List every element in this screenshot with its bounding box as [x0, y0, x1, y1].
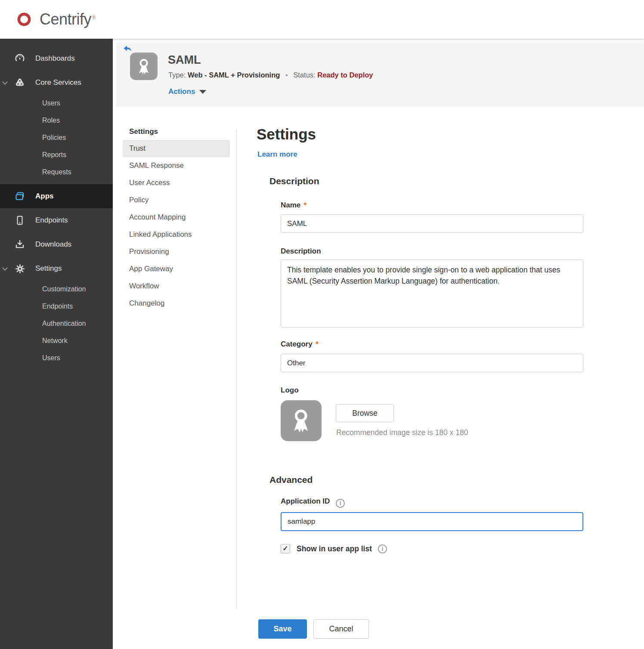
- sidebar-divider: [0, 181, 113, 184]
- advanced-section-heading: Advanced: [269, 475, 313, 485]
- name-field[interactable]: [281, 214, 583, 233]
- save-button[interactable]: Save: [258, 619, 307, 639]
- application-id-field[interactable]: [281, 512, 583, 531]
- sidebar-item-roles[interactable]: Roles: [0, 112, 113, 129]
- page-title: Settings: [257, 126, 316, 143]
- subnav-item-provisioning[interactable]: Provisioning: [123, 243, 230, 260]
- type-label: Type:: [168, 71, 186, 79]
- chevron-down-icon[interactable]: [3, 266, 7, 270]
- app-title: SAML: [168, 53, 201, 67]
- caret-down-icon: [199, 90, 206, 94]
- sidebar-item-apps[interactable]: Apps: [0, 184, 113, 208]
- sidebar-item-label: Downloads: [35, 240, 71, 249]
- downloads-icon: [14, 238, 26, 250]
- meta-separator: •: [285, 71, 288, 79]
- category-label: Category*: [281, 340, 319, 349]
- status-badge: Ready to Deploy: [317, 71, 373, 79]
- sidebar-item-settings-endpoints[interactable]: Endpoints: [0, 298, 113, 315]
- status-label: Status:: [293, 71, 315, 79]
- sidebar-item-policies[interactable]: Policies: [0, 129, 113, 146]
- description-field[interactable]: This template enables you to provide sin…: [281, 260, 583, 328]
- apps-icon: [14, 190, 26, 202]
- description-label: Description: [281, 247, 321, 256]
- show-in-user-app-list-checkbox[interactable]: [281, 544, 290, 553]
- subnav-header: Settings: [113, 127, 236, 140]
- browse-button[interactable]: Browse: [336, 404, 394, 422]
- brand-name: Centrify: [40, 10, 96, 28]
- info-icon[interactable]: [378, 544, 387, 553]
- info-icon[interactable]: [336, 499, 345, 508]
- core-services-icon: [14, 77, 26, 89]
- subnav-item-user-access[interactable]: User Access: [123, 174, 230, 192]
- sidebar-item-requests[interactable]: Requests: [0, 164, 113, 181]
- sidebar-item-label: Dashboards: [35, 54, 75, 63]
- sidebar-item-reports[interactable]: Reports: [0, 146, 113, 164]
- app-header: SAML Type: Web - SAML + Provisioning • S…: [116, 42, 644, 107]
- logo-preview: [281, 400, 322, 441]
- sidebar-item-settings-users[interactable]: Users: [0, 349, 113, 367]
- vertical-divider: [236, 129, 237, 609]
- content-area: SAML Type: Web - SAML + Provisioning • S…: [113, 0, 644, 649]
- logo-label: Logo: [281, 386, 299, 395]
- description-section-heading: Description: [269, 176, 319, 186]
- sidebar-item-core-services[interactable]: Core Services: [0, 71, 113, 95]
- app-logo: [130, 53, 158, 80]
- sidebar-item-downloads[interactable]: Downloads: [0, 232, 113, 257]
- sidebar-item-label: Endpoints: [35, 216, 68, 225]
- show-in-user-app-list-label: Show in user app list: [297, 544, 372, 553]
- sidebar-item-customization[interactable]: Customization: [0, 281, 113, 298]
- required-asterisk: *: [316, 340, 319, 349]
- subnav-item-changelog[interactable]: Changelog: [123, 295, 230, 312]
- show-in-app-list-row: Show in user app list: [281, 544, 387, 553]
- subnav-item-linked-applications[interactable]: Linked Applications: [123, 226, 230, 243]
- dashboard-icon: [14, 53, 26, 65]
- settings-subnav: Settings Trust SAML Response User Access…: [113, 127, 236, 312]
- gear-icon: [14, 263, 26, 275]
- category-field[interactable]: [281, 354, 583, 372]
- logo-size-hint: Recommended image size is 180 x 180: [336, 428, 468, 437]
- application-id-label: Application ID: [281, 497, 345, 508]
- subnav-item-account-mapping[interactable]: Account Mapping: [123, 209, 230, 226]
- subnav-item-trust[interactable]: Trust: [123, 140, 230, 157]
- sidebar-item-users[interactable]: Users: [0, 95, 113, 112]
- endpoints-icon: [14, 214, 26, 226]
- cancel-button[interactable]: Cancel: [313, 619, 369, 639]
- sidebar-item-authentication[interactable]: Authentication: [0, 315, 113, 332]
- type-value: Web - SAML + Provisioning: [188, 71, 280, 79]
- subnav-item-app-gateway[interactable]: App Gateway: [123, 260, 230, 278]
- sidebar-item-settings[interactable]: Settings: [0, 257, 113, 281]
- brand-logo: Centrify: [13, 8, 96, 31]
- subnav-item-saml-response[interactable]: SAML Response: [123, 157, 230, 174]
- chevron-down-icon[interactable]: [3, 80, 7, 84]
- sidebar: Dashboards Core Services Users Roles Pol…: [0, 39, 113, 649]
- subnav-item-workflow[interactable]: Workflow: [123, 278, 230, 295]
- actions-menu-button[interactable]: Actions: [168, 87, 206, 96]
- required-asterisk: *: [303, 201, 307, 210]
- top-bar: Centrify: [0, 0, 644, 39]
- sidebar-item-dashboards[interactable]: Dashboards: [0, 46, 113, 71]
- sidebar-item-network[interactable]: Network: [0, 332, 113, 349]
- back-arrow-icon[interactable]: [122, 44, 133, 54]
- subnav-item-policy[interactable]: Policy: [123, 192, 230, 209]
- centrify-swirl-icon: [13, 8, 35, 31]
- sidebar-item-endpoints[interactable]: Endpoints: [0, 208, 113, 232]
- learn-more-link[interactable]: Learn more: [257, 150, 297, 159]
- sidebar-item-label: Core Services: [35, 78, 81, 87]
- sidebar-item-label: Apps: [35, 192, 54, 201]
- app-meta: Type: Web - SAML + Provisioning • Status…: [168, 71, 373, 79]
- sidebar-item-label: Settings: [35, 264, 62, 273]
- name-label: Name*: [281, 201, 307, 210]
